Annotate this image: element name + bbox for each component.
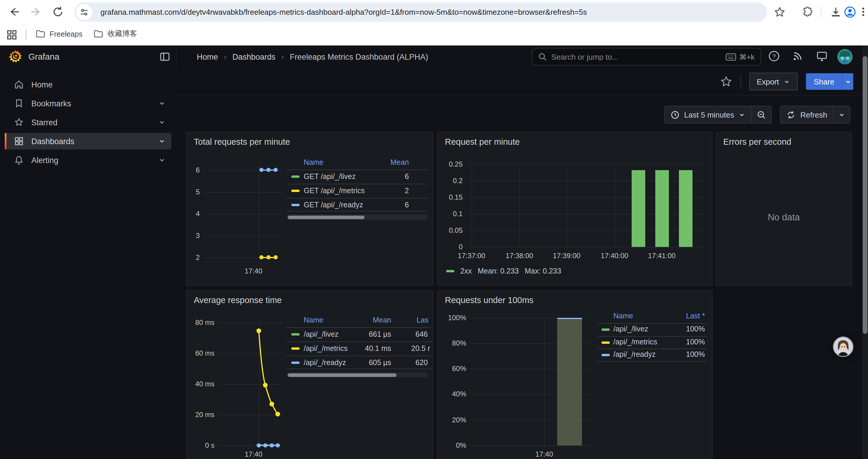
star-icon	[14, 118, 24, 127]
legend-series-name[interactable]: GET /api/_/livez	[304, 172, 356, 181]
legend-series-name[interactable]: /api/_/readyz	[304, 359, 346, 367]
time-controls: Last 5 minutes Refresh	[664, 106, 850, 124]
breadcrumb-home[interactable]: Home	[197, 52, 218, 61]
legend-series-name[interactable]: 2xx	[460, 267, 472, 275]
news-button[interactable]	[792, 50, 804, 64]
help-button[interactable]: ?	[768, 50, 780, 64]
legend-header-last[interactable]: Las	[416, 316, 428, 324]
time-range-button[interactable]: Last 5 minutes	[665, 106, 751, 123]
breadcrumb-dashboards[interactable]: Dashboards	[232, 52, 276, 61]
chevron-down-icon[interactable]	[158, 100, 165, 107]
series-color-livez	[291, 175, 300, 178]
apps-grid-icon	[6, 30, 17, 40]
sidebar-item-home[interactable]: Home	[5, 76, 172, 93]
forward-button[interactable]	[30, 6, 42, 20]
x-tick: 17:40	[237, 450, 270, 458]
gridline	[471, 164, 472, 247]
legend-header-last[interactable]: Last *	[662, 312, 705, 320]
back-icon	[8, 6, 20, 18]
panel-request-per-minute[interactable]: Request per minute 0.25 0.2 0.15 0.1 0.0…	[437, 132, 713, 286]
legend-value: 2	[364, 187, 409, 195]
legend-header-name[interactable]: Name	[304, 158, 323, 167]
y-tick: 3	[187, 232, 200, 240]
rss-icon	[792, 50, 804, 62]
x-tick: 17:38:00	[502, 252, 537, 260]
data-point	[267, 168, 271, 172]
refresh-button[interactable]: Refresh	[781, 106, 833, 123]
profile-button[interactable]	[844, 6, 856, 21]
panel-total-requests[interactable]: Total requests per minute 6 5 4 3 2 17:4…	[186, 132, 433, 286]
legend-value: 6	[364, 201, 409, 209]
keyboard-icon	[725, 53, 736, 61]
sidebar-item-dashboards[interactable]: Dashboards	[5, 133, 172, 150]
legend-series-name[interactable]: /api/_/metrics	[613, 338, 657, 346]
panel-requests-under-100ms[interactable]: Requests under 100ms 100% 80% 60% 40% 20…	[437, 290, 713, 459]
chevron-down-icon[interactable]	[158, 138, 165, 145]
browser-menu-button[interactable]	[858, 6, 868, 20]
gridline	[615, 164, 615, 247]
zoom-out-time-button[interactable]	[752, 106, 771, 123]
reload-button[interactable]	[52, 6, 64, 20]
legend-header-name[interactable]: Name	[613, 312, 633, 320]
display-button[interactable]	[816, 50, 828, 64]
site-settings-button[interactable]	[76, 4, 92, 20]
back-button[interactable]	[8, 6, 20, 20]
legend-separator	[597, 361, 707, 362]
share-menu-button[interactable]	[842, 73, 853, 90]
series-color-metrics	[291, 190, 300, 192]
panel-errors-per-second[interactable]: Errors per second No data	[716, 132, 852, 286]
sidebar-item-bookmarks[interactable]: Bookmarks	[5, 95, 172, 112]
y-tick: 60%	[438, 364, 466, 373]
extensions-button[interactable]	[802, 6, 813, 20]
url-bar[interactable]: grafana.mathmast.com/d/deytv4rwavabkb/fr…	[74, 2, 767, 22]
export-button[interactable]: Export	[749, 73, 798, 90]
bookmark-star-button[interactable]	[774, 6, 785, 20]
user-avatar[interactable]	[837, 49, 852, 67]
legend-series-name[interactable]: /api/_/livez	[613, 325, 648, 333]
legend-series-name[interactable]: /api/_/readyz	[613, 350, 656, 359]
sidebar-item-starred[interactable]: Starred	[5, 114, 172, 131]
sidebar-toggle-button[interactable]	[159, 52, 170, 64]
toolbar-divider	[821, 6, 821, 17]
legend-header-mean[interactable]: Mean	[346, 316, 391, 324]
sidebar-nav: Home Bookmarks Starred Dashboards Alerti…	[0, 68, 177, 459]
share-button[interactable]: Share	[806, 73, 842, 90]
page-scrollbar[interactable]	[862, 45, 868, 459]
search-input[interactable]: Search or jump to... ⌘+k	[532, 48, 761, 66]
downloads-button[interactable]	[830, 6, 841, 20]
legend-series-name[interactable]: /api/_/metrics	[304, 345, 348, 353]
legend-scrollbar-thumb[interactable]	[288, 215, 365, 219]
chevron-down-icon[interactable]	[158, 119, 165, 126]
y-tick: 20%	[438, 416, 466, 424]
favorite-dashboard-button[interactable]	[720, 76, 732, 88]
page-scrollbar-thumb[interactable]	[863, 56, 867, 334]
legend-scrollbar-thumb[interactable]	[288, 373, 397, 376]
series-color-metrics	[291, 347, 300, 350]
y-tick: 0.2	[438, 177, 463, 185]
legend-header-name[interactable]: Name	[304, 316, 323, 324]
time-picker-group: Last 5 minutes	[664, 106, 772, 124]
panel-average-response-time[interactable]: Average response time 80 ms 60 ms 40 ms …	[186, 290, 433, 459]
legend-header-mean[interactable]: Mean	[364, 158, 409, 167]
legend-value: 6	[364, 172, 409, 181]
legend-series-name[interactable]: /api/_/livez	[304, 330, 339, 338]
legend-separator	[597, 336, 707, 337]
bookmark-folder-freeleaps[interactable]: Freeleaps	[35, 29, 83, 39]
gridline	[202, 192, 283, 193]
apps-button[interactable]	[6, 30, 17, 42]
refresh-interval-button[interactable]	[834, 106, 850, 123]
assistant-avatar[interactable]	[833, 336, 854, 357]
legend-series-name[interactable]: GET /api/_/readyz	[304, 201, 363, 209]
legend-value: 661 µs	[346, 330, 391, 338]
legend-series-name[interactable]: GET /api/_/metrics	[304, 187, 365, 195]
folder-icon	[93, 29, 103, 39]
gridline	[202, 214, 283, 215]
search-placeholder: Search or jump to...	[551, 52, 618, 61]
search-shortcut: ⌘+k	[725, 52, 754, 61]
bookmark-folder-label: 收藏博客	[107, 29, 137, 39]
sidebar-item-alerting[interactable]: Alerting	[5, 152, 172, 168]
gridline	[544, 318, 545, 448]
chevron-down-icon[interactable]	[158, 157, 165, 164]
monitor-icon	[816, 50, 828, 62]
bookmark-folder-blogs[interactable]: 收藏博客	[93, 29, 137, 39]
